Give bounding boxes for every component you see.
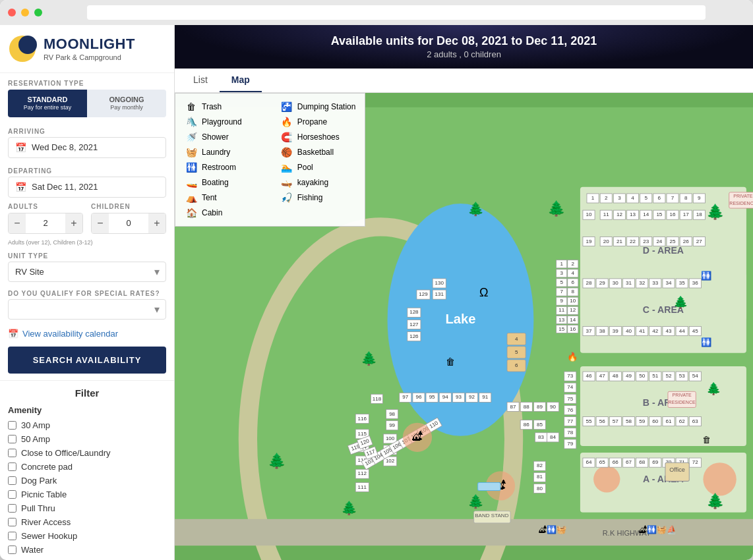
- svg-text:82: 82: [537, 462, 543, 468]
- filter-section: Filter Amenity 30 Amp 50 Amp Close to Of…: [0, 380, 174, 560]
- svg-text:21: 21: [617, 238, 622, 244]
- legend-cabin: 🏠 Cabin: [185, 206, 260, 219]
- amenity-pull-thru[interactable]: Pull Thru: [8, 503, 166, 513]
- adults-decrement-button[interactable]: −: [9, 213, 26, 233]
- svg-text:56: 56: [599, 418, 605, 424]
- svg-text:63: 63: [692, 418, 698, 424]
- amenity-river-access[interactable]: River Access: [8, 517, 166, 527]
- legend-playground: 🛝 Playground: [185, 115, 260, 128]
- special-rates-select-wrap: Military Senior: [8, 299, 166, 320]
- lake-sites: 4 5 6: [507, 333, 526, 372]
- amenity-sewer-hookup[interactable]: Sewer Hookup: [8, 531, 166, 541]
- amenity-50amp[interactable]: 50 Amp: [8, 434, 166, 444]
- svg-text:94: 94: [442, 394, 448, 400]
- svg-text:128: 128: [409, 309, 419, 315]
- amenity-water-checkbox[interactable]: [8, 546, 16, 554]
- legend-shower: 🚿 Shower: [185, 130, 260, 144]
- legend-dumping: 🚰 Dumping Station: [280, 100, 356, 113]
- amenity-50amp-checkbox[interactable]: [8, 435, 16, 443]
- private-residence-label-2: RESIDENCE: [669, 400, 696, 405]
- svg-text:44: 44: [679, 328, 685, 334]
- filter-title: Filter: [8, 387, 166, 399]
- tab-list[interactable]: List: [181, 69, 220, 92]
- tree-8: 🌲: [341, 500, 358, 516]
- amenity-water[interactable]: Water: [8, 545, 166, 555]
- amenity-river-access-checkbox[interactable]: [8, 518, 16, 526]
- svg-text:2: 2: [605, 195, 608, 201]
- adults-children-row: ADULTS − 2 + CHILDREN − 0 +: [0, 203, 174, 239]
- svg-text:69: 69: [652, 459, 658, 465]
- amenity-close-office[interactable]: Close to Office/Laundry: [8, 448, 166, 458]
- ongoing-rate-button[interactable]: ONGOING Pay monthly: [87, 90, 166, 117]
- arriving-date-input[interactable]: 📅 Wed Dec 8, 2021: [8, 137, 166, 158]
- svg-text:50: 50: [639, 373, 645, 379]
- svg-text:25: 25: [670, 238, 676, 244]
- amenity-sewer-hookup-checkbox[interactable]: [8, 532, 16, 540]
- minimize-button[interactable]: [21, 9, 29, 16]
- svg-text:23: 23: [643, 238, 649, 244]
- amenity-concrete-pad[interactable]: Concrete pad: [8, 462, 166, 472]
- amenity-concrete-pad-checkbox[interactable]: [8, 462, 16, 471]
- svg-text:28: 28: [586, 280, 592, 286]
- children-increment-button[interactable]: +: [148, 213, 166, 233]
- adults-label: ADULTS: [8, 203, 83, 210]
- amenity-30amp[interactable]: 30 Amp: [8, 420, 166, 430]
- svg-text:20: 20: [603, 238, 609, 244]
- special-rates-label: DO YOU QUALIFY FOR SPECIAL RATES?: [0, 287, 174, 299]
- svg-text:97: 97: [402, 394, 408, 400]
- amenity-close-office-checkbox[interactable]: [8, 449, 16, 457]
- svg-text:38: 38: [599, 328, 605, 334]
- svg-text:91: 91: [482, 394, 488, 400]
- svg-text:1: 1: [591, 195, 595, 201]
- amenity-30amp-checkbox[interactable]: [8, 421, 16, 430]
- amenity-dog-park[interactable]: Dog Park: [8, 476, 166, 486]
- view-availability-calendar-link[interactable]: 📅 View availability calendar: [0, 325, 174, 343]
- svg-text:40: 40: [626, 328, 632, 334]
- svg-text:53: 53: [679, 373, 685, 379]
- rate-buttons: STANDARD Pay for entire stay ONGOING Pay…: [0, 90, 174, 124]
- special-rates-select[interactable]: Military Senior: [8, 299, 166, 320]
- unit-type-select[interactable]: RV Site Tent Site Cabin: [8, 262, 166, 282]
- private-residence-label-1: PRIVATE: [673, 393, 692, 397]
- legend-trash: 🗑 Trash: [185, 100, 260, 113]
- svg-text:112: 112: [358, 470, 367, 476]
- svg-text:16: 16: [570, 326, 576, 332]
- cabin-icon: 🏠: [185, 208, 198, 218]
- trash-map-icon: 🗑: [446, 356, 455, 367]
- svg-text:4: 4: [631, 195, 634, 201]
- pool-marker: [478, 482, 500, 490]
- svg-text:8: 8: [684, 195, 688, 201]
- main-content: Available units for Dec 08, 2021 to Dec …: [175, 25, 753, 560]
- svg-text:48: 48: [613, 373, 618, 379]
- svg-text:55: 55: [586, 418, 592, 424]
- restroom-icon-3: 🗑: [702, 435, 711, 445]
- amenity-picnic-table-checkbox[interactable]: [8, 490, 16, 499]
- svg-text:9: 9: [698, 195, 701, 201]
- amenity-pull-thru-checkbox[interactable]: [8, 504, 16, 513]
- children-decrement-button[interactable]: −: [92, 213, 109, 233]
- maximize-button[interactable]: [34, 9, 42, 16]
- svg-text:92: 92: [469, 394, 475, 400]
- svg-text:73: 73: [567, 373, 573, 379]
- standard-rate-button[interactable]: STANDARD Pay for entire stay: [8, 90, 87, 117]
- children-value: 0: [109, 218, 148, 228]
- legend-tent: ⛺ Tent: [185, 191, 260, 204]
- svg-text:78: 78: [567, 430, 573, 435]
- search-availability-button[interactable]: SEARCH AVAILABILITY: [8, 347, 166, 374]
- svg-text:85: 85: [537, 422, 543, 428]
- svg-text:9: 9: [560, 298, 563, 304]
- adults-increment-button[interactable]: +: [65, 213, 82, 233]
- address-bar[interactable]: [87, 5, 706, 20]
- children-label: CHILDREN: [91, 203, 166, 210]
- tab-map[interactable]: Map: [220, 69, 262, 92]
- standard-sub-label: Pay for entire stay: [12, 104, 83, 112]
- svg-text:31: 31: [626, 280, 632, 286]
- svg-text:5: 5: [515, 349, 518, 355]
- reservation-type-label: RESERVATION TYPE: [0, 73, 174, 90]
- adults-value: 2: [26, 218, 65, 228]
- map-area[interactable]: 🗑 Trash 🚰 Dumping Station 🛝 Playground 🔥…: [175, 93, 753, 560]
- departing-date-input[interactable]: 📅 Sat Dec 11, 2021: [8, 177, 166, 198]
- amenity-picnic-table[interactable]: Picnic Table: [8, 490, 166, 499]
- close-button[interactable]: [8, 9, 16, 16]
- amenity-dog-park-checkbox[interactable]: [8, 476, 16, 485]
